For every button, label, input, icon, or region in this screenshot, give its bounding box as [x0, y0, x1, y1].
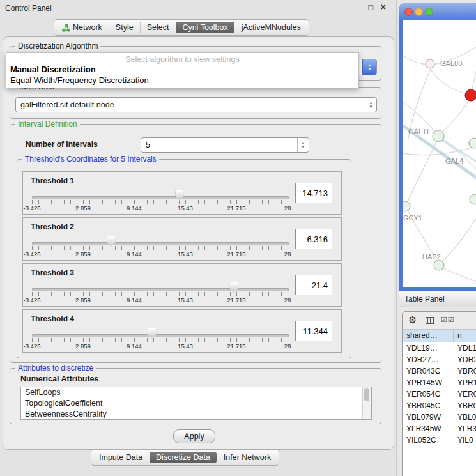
table-row[interactable]: YDL19…YDL1	[403, 342, 476, 354]
table-row[interactable]: YBR043CYBR0	[403, 365, 476, 377]
threshold-1-box: Threshold 1 -3.4262.8599.14415.4321.7152…	[22, 171, 342, 215]
threshold-1-label: Threshold 1	[31, 176, 74, 185]
threshold-2-slider-track[interactable]	[32, 242, 289, 245]
checkbox-icons[interactable]: ☑☑	[441, 316, 455, 324]
table-row[interactable]: YIL052CYIL0	[403, 434, 476, 446]
table-data-combobox[interactable]: galFiltered.sif default node ▲ ▼	[15, 97, 377, 112]
node-selected	[465, 89, 476, 101]
close-window-icon[interactable]	[404, 8, 413, 16]
table-panel-toolbar: ⚙ ☑☑	[403, 312, 476, 330]
network-icon	[62, 24, 70, 32]
threshold-1-value-input[interactable]	[295, 183, 332, 203]
threshold-3-value-input[interactable]	[295, 275, 332, 295]
gear-icon[interactable]: ⚙	[408, 314, 417, 326]
close-panel-icon[interactable]: ×	[380, 1, 386, 12]
apply-button[interactable]: Apply	[173, 429, 215, 443]
table-row[interactable]: YLR345WYLR3	[403, 423, 476, 434]
tab-discretize-data[interactable]: Discretize Data	[150, 452, 217, 463]
threshold-3-label: Threshold 3	[31, 268, 74, 277]
slider-scale: -3.4262.8599.14415.4321.71528	[32, 204, 288, 211]
threshold-2-label: Threshold 2	[31, 222, 74, 231]
attributes-group-title: Attributes to discretize	[15, 364, 96, 372]
numerical-attributes-heading: Numerical Attributes	[20, 374, 98, 383]
threshold-4-value-input[interactable]	[295, 321, 332, 341]
column-header-shared-name[interactable]: shared…	[403, 330, 454, 342]
network-canvas[interactable]: GAL80 GAL11 GAL4 GCY1 HAP2	[403, 20, 476, 287]
bottom-tab-bar: Impute Data Discretize Data Infer Networ…	[91, 449, 279, 466]
threshold-1-slider-track[interactable]	[32, 196, 289, 199]
table-panel-header: Table Panel	[399, 291, 476, 307]
tab-label: Infer Network	[224, 453, 271, 462]
dropdown-option-manual-discretization[interactable]: Manual Discretization	[6, 64, 358, 75]
node	[403, 201, 410, 211]
tab-label: Network	[73, 23, 102, 32]
stepper-down-icon: ▼	[368, 67, 372, 71]
table-header-row: shared… n	[403, 330, 476, 342]
threshold-4-slider-track[interactable]	[32, 334, 289, 337]
node	[469, 138, 476, 148]
combobox-stepper-icon[interactable]: ▲ ▼	[362, 59, 376, 75]
slider-ticks	[32, 338, 288, 342]
node-label: GCY1	[403, 214, 422, 222]
tab-label: Discretize Data	[156, 453, 210, 462]
threshold-4-box: Threshold 4 -3.4262.8599.14415.4321.7152…	[22, 309, 342, 353]
dropdown-placeholder: Select algorithm to view settings	[6, 53, 358, 64]
interval-definition-title: Interval Definition	[15, 119, 80, 128]
float-panel-icon[interactable]: □	[368, 3, 373, 12]
list-item[interactable]: SelfLoops	[21, 387, 371, 398]
table-row[interactable]: YBR045CYBR0	[403, 400, 476, 411]
top-tab-bar: Network Style Select Cyni Toolbox jActiv…	[54, 19, 309, 36]
network-view-window: GAL80 GAL11 GAL4 GCY1 HAP2	[399, 3, 476, 291]
slider-scale: -3.4262.8599.14415.4321.71528	[32, 250, 288, 257]
tab-label: Cyni Toolbox	[182, 23, 227, 32]
columns-icon[interactable]	[426, 317, 434, 324]
panel-title: Control Panel	[5, 4, 52, 13]
node-label: GAL4	[445, 157, 463, 165]
network-graph	[403, 20, 476, 287]
tab-jactivemnodules[interactable]: jActiveMNodules	[235, 22, 307, 33]
slider-ticks	[32, 292, 288, 296]
zoom-window-icon[interactable]	[425, 8, 433, 16]
tab-infer-network[interactable]: Infer Network	[217, 452, 277, 463]
tab-select[interactable]: Select	[140, 22, 176, 33]
number-of-intervals-label: Number of Intervals	[26, 140, 98, 149]
combobox-stepper-icon[interactable]: ▲ ▼	[365, 98, 376, 112]
tab-label: Style	[116, 23, 134, 32]
slider-scale: -3.4262.8599.14415.4321.71528	[32, 342, 288, 349]
tab-impute-data[interactable]: Impute Data	[93, 452, 149, 463]
tab-label: jActiveMNodules	[242, 23, 301, 32]
interval-definition-group: Interval Definition Number of Intervals …	[10, 124, 381, 363]
minimize-window-icon[interactable]	[415, 8, 423, 16]
threshold-3-slider-track[interactable]	[32, 288, 289, 291]
table-row[interactable]: YPR145WYPR1	[403, 377, 476, 388]
tab-network[interactable]: Network	[56, 22, 109, 33]
slider-scale: -3.4262.8599.14415.4321.71528	[32, 296, 288, 303]
stepper-down-icon: ▼	[302, 145, 305, 149]
threshold-2-value-input[interactable]	[295, 229, 332, 249]
tab-style[interactable]: Style	[109, 22, 140, 33]
table-row[interactable]: YER054CYER0	[403, 388, 476, 400]
list-item[interactable]: BetweennessCentrality	[21, 409, 371, 420]
thresholds-group-title: Threshold's Coordinates for 5 Intervals	[22, 155, 159, 164]
threshold-2-box: Threshold 2 -3.4262.8599.14415.4321.7152…	[22, 217, 342, 261]
combobox-stepper-icon[interactable]: ▲ ▼	[297, 138, 309, 152]
dropdown-option-equal-width[interactable]: Equal Width/Frequency Discretization	[6, 75, 358, 86]
threshold-4-label: Threshold 4	[31, 314, 74, 323]
table-row[interactable]: YDR27…YDR2	[403, 354, 476, 365]
number-of-intervals-combobox[interactable]: 5 ▲ ▼	[141, 137, 309, 153]
scrollbar-thumb[interactable]	[364, 388, 369, 401]
node	[434, 260, 444, 270]
table-body: YDL19…YDL1 YDR27…YDR2 YBR043CYBR0 YPR145…	[403, 342, 476, 476]
list-item[interactable]: TopologicalCoefficient	[21, 398, 371, 409]
node	[433, 130, 444, 142]
column-header-name[interactable]: n	[454, 330, 476, 342]
table-panel-window: ⚙ ☑☑ shared… n YDL19…YDL1 YDR27…YDR2 YBR…	[402, 311, 476, 476]
node-label: GAL80	[440, 59, 462, 67]
list-scrollbar[interactable]	[362, 387, 371, 419]
table-row[interactable]: YBL079WYBL0	[403, 411, 476, 423]
table-panel-title: Table Panel	[404, 295, 445, 303]
table-data-combobox-value: galFiltered.sif default node	[16, 100, 365, 109]
discretization-algorithm-title: Discretization Algorithm	[15, 42, 100, 50]
tab-cyni-toolbox[interactable]: Cyni Toolbox	[176, 22, 234, 33]
node	[470, 194, 476, 204]
